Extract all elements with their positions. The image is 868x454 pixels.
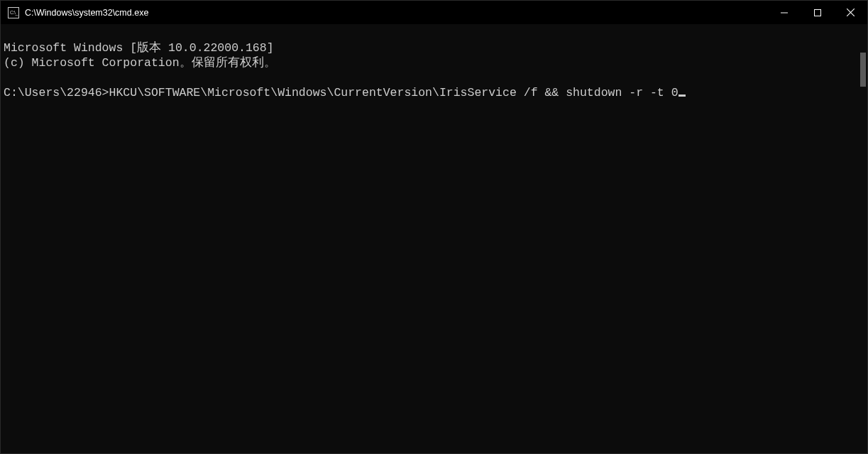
terminal-area[interactable]: Microsoft Windows [版本 10.0.22000.168] (c… xyxy=(1,24,867,453)
terminal-line-version: Microsoft Windows [版本 10.0.22000.168] xyxy=(4,41,274,55)
terminal-line-copyright: (c) Microsoft Corporation。保留所有权利。 xyxy=(4,56,276,70)
maximize-button[interactable] xyxy=(801,1,834,24)
terminal-command-input[interactable]: HKCU\SOFTWARE\Microsoft\Windows\CurrentV… xyxy=(109,86,679,99)
window-controls xyxy=(767,1,867,24)
cmd-app-icon-glyph: C:\_ xyxy=(9,11,18,14)
terminal-prompt: C:\Users\22946> xyxy=(4,86,109,99)
minimize-button[interactable] xyxy=(767,1,801,24)
svg-rect-1 xyxy=(814,9,820,16)
close-button[interactable] xyxy=(834,1,867,24)
cmd-window: C:\_ C:\Windows\system32\cmd.exe Microso… xyxy=(0,0,868,454)
close-icon xyxy=(847,9,855,16)
maximize-icon xyxy=(814,9,821,16)
cmd-app-icon: C:\_ xyxy=(8,7,19,18)
scrollbar-thumb[interactable] xyxy=(860,53,866,87)
titlebar[interactable]: C:\_ C:\Windows\system32\cmd.exe xyxy=(1,1,867,24)
minimize-icon xyxy=(781,9,788,16)
terminal-content[interactable]: Microsoft Windows [版本 10.0.22000.168] (c… xyxy=(1,24,867,453)
window-title: C:\Windows\system32\cmd.exe xyxy=(25,8,148,18)
terminal-cursor xyxy=(679,94,686,97)
terminal-prompt-line: C:\Users\22946>HKCU\SOFTWARE\Microsoft\W… xyxy=(4,86,686,99)
